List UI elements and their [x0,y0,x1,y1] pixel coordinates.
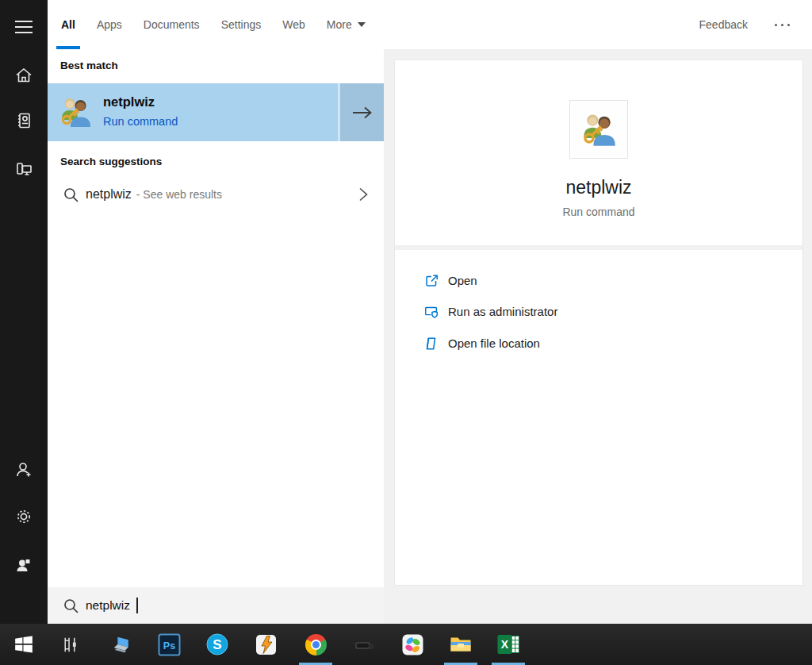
windows-logo-icon [13,634,34,655]
tab-apps[interactable]: Apps [97,0,122,49]
svg-text:Ps: Ps [163,640,174,651]
action-open-file-location[interactable]: Open file location [395,328,802,359]
excel-icon: X [496,632,520,656]
search-icon [63,187,79,202]
tab-documents[interactable]: Documents [144,0,200,49]
user-photo-icon[interactable] [14,555,33,575]
taskbar-skype-app[interactable]: S [205,632,229,656]
action-open[interactable]: Open [395,265,802,296]
photoshop-icon: Ps [158,633,181,656]
home-icon[interactable] [14,66,33,85]
tab-all-label: All [61,18,75,31]
expand-result-button[interactable] [340,83,384,141]
feedback-button[interactable]: Feedback [699,18,748,31]
settings-gear-icon[interactable] [14,507,33,526]
search-input[interactable] [86,598,324,613]
winamp-icon [255,633,278,656]
devices-icon[interactable] [14,160,33,179]
preview-subtitle: Run command [395,206,802,218]
text-caret [136,598,138,613]
folder-icon [449,632,473,656]
preview-icon-frame [569,100,628,159]
color-petals-icon [401,633,424,656]
search-suggestions-header: Search suggestions [60,156,162,167]
tab-web[interactable]: Web [282,0,305,49]
taskbar-colorful-app[interactable] [400,632,424,656]
web-suggestion-item[interactable]: netplwiz - See web results [48,176,384,213]
taskbar-chrome-app[interactable] [304,632,327,656]
admin-shield-icon [423,304,439,320]
tab-all[interactable]: All [61,0,75,49]
laptop-icon [109,633,132,656]
file-location-icon [423,336,439,352]
netplwiz-users-key-icon [580,110,618,148]
search-results-panel: Best match netplwiz Run command Search s… [48,49,384,586]
best-match-result[interactable]: netplwiz Run command [48,83,338,141]
suggestion-query: netplwiz [86,187,132,202]
chevron-right-icon [358,187,368,202]
task-view-icon [59,634,81,655]
task-view-button[interactable] [58,632,82,656]
windows-search-screen: All Apps Documents Settings Web More Fee… [0,0,812,665]
start-button[interactable] [12,632,36,656]
search-input-row[interactable] [48,587,384,624]
preview-title: netplwiz [395,177,802,198]
result-preview-card: netplwiz Run command Open Run as adminis… [394,60,803,586]
camera-device-icon [353,633,376,656]
journal-icon[interactable] [14,111,33,130]
taskbar-winamp-app[interactable] [254,632,278,656]
taskbar-photoshop-app[interactable]: Ps [157,632,181,656]
taskbar-excel-app[interactable]: X [496,632,520,656]
best-match-subtitle: Run command [103,115,178,128]
best-match-header: Best match [60,60,118,71]
open-external-icon [423,273,439,289]
svg-text:S: S [213,637,221,652]
more-options-icon[interactable] [775,24,790,26]
tab-settings[interactable]: Settings [221,0,262,49]
taskbar-laptop-app[interactable] [109,632,132,656]
chevron-down-icon [358,22,366,27]
hamburger-menu-icon[interactable] [14,17,33,37]
preview-divider [395,245,802,250]
skype-icon: S [205,632,229,656]
taskbar-camera-app[interactable] [352,632,376,656]
search-icon [63,598,79,613]
arrow-right-icon [352,106,373,120]
search-filter-tabs: All Apps Documents Settings Web More Fee… [48,0,812,49]
add-account-icon[interactable] [14,460,33,479]
tab-more[interactable]: More [327,0,366,49]
search-left-rail [0,0,48,624]
taskbar-file-explorer-app[interactable] [449,632,473,656]
netplwiz-users-key-icon [58,94,93,129]
windows-taskbar: Ps S X [0,624,812,665]
action-run-as-administrator[interactable]: Run as administrator [395,296,802,327]
best-match-title: netplwiz [103,94,155,110]
suggestion-suffix: - See web results [136,188,222,201]
chrome-icon [305,634,327,655]
svg-text:X: X [501,638,509,651]
